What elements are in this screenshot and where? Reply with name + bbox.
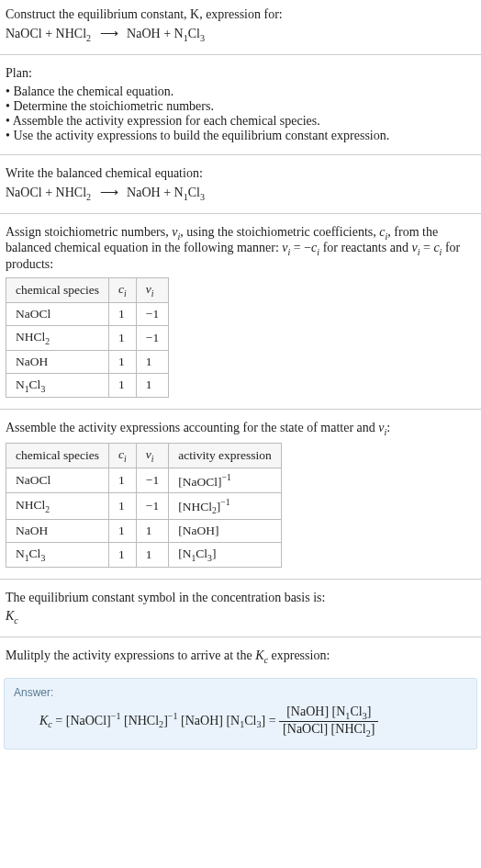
eq: =	[419, 241, 433, 254]
kc-symbol: Kc	[6, 609, 475, 626]
assemble-section: Assemble the activity expressions accoun…	[0, 413, 481, 575]
term: [NaOH]	[286, 705, 331, 718]
assemble-text: Assemble the activity expressions accoun…	[6, 421, 475, 437]
sp-sub: 3	[40, 553, 45, 563]
divider	[0, 54, 481, 55]
table-row: NaOCl 1 −1	[6, 302, 169, 325]
n1cl3-sub2: 3	[200, 192, 205, 202]
cell-nu: 1	[136, 350, 168, 373]
cell-activity: [NHCl2]−1	[169, 493, 282, 520]
table-header-row: chemical species ci νi activity expressi…	[6, 444, 282, 468]
term-sup: −1	[168, 711, 178, 721]
table-row: NaOCl 1 −1 [NaOCl]−1	[6, 468, 282, 493]
answer-label: Answer:	[14, 686, 467, 699]
t: Assign stoichiometric numbers,	[6, 225, 172, 239]
t: expression:	[268, 648, 330, 662]
n1cl3-cl: Cl	[188, 186, 200, 199]
col-nui: νi	[136, 444, 168, 468]
cell-nu: −1	[136, 325, 168, 350]
balanced-section: Write the balanced chemical equation: Na…	[0, 159, 481, 209]
numerator: [NaOH] [N1Cl3]	[279, 705, 378, 722]
eq: =	[52, 713, 66, 727]
species-naoh: NaOH	[127, 27, 161, 40]
cell-c: 1	[109, 543, 137, 568]
col-ci: ci	[109, 278, 137, 303]
col-nui: νi	[136, 278, 168, 303]
act: [NaOCl]	[178, 474, 221, 488]
answer-box: Answer: Kc = [NaOCl]−1 [NHCl2]−1 [NaOH] …	[4, 678, 477, 750]
plus: +	[42, 27, 56, 40]
plan-item: Assemble the activity expression for eac…	[6, 114, 475, 129]
prompt-line: Construct the equilibrium constant, K, e…	[6, 7, 283, 21]
plan-item: Balance the chemical equation.	[6, 85, 475, 99]
col-ci: ci	[109, 444, 137, 468]
table-row: NaOH 1 1 [NaOH]	[6, 520, 282, 543]
table-row: NHCl2 1 −1 [NHCl2]−1	[6, 493, 282, 520]
t: :	[386, 421, 390, 434]
cell-species: NaOCl	[6, 302, 109, 325]
eq: = −	[290, 241, 311, 254]
col-species: chemical species	[6, 278, 109, 303]
i: i	[151, 454, 154, 464]
table-row: NaOH 1 1	[6, 350, 169, 373]
cell-c: 1	[109, 373, 137, 398]
assign-section: Assign stoichiometric numbers, νi, using…	[0, 218, 481, 406]
act-sup: −1	[221, 472, 230, 482]
kc-k: K	[255, 648, 263, 662]
act-sup: −1	[220, 497, 229, 507]
t: Assemble the activity expressions accoun…	[6, 421, 378, 434]
kc-symbol-text: The equilibrium constant symbol in the c…	[6, 591, 475, 605]
t: , using the stoichiometric coefficients,	[180, 225, 379, 239]
col-activity: activity expression	[169, 444, 282, 468]
divider	[0, 154, 481, 155]
act: ]	[212, 547, 217, 560]
plan-list: Balance the chemical equation. Determine…	[6, 85, 475, 143]
cell-c: 1	[109, 302, 137, 325]
arrow: ⟶	[95, 186, 124, 199]
nhcl2-base: NHCl	[56, 27, 86, 40]
plus: +	[161, 27, 174, 40]
cell-c: 1	[109, 325, 137, 350]
balanced-title: Write the balanced chemical equation:	[6, 166, 475, 181]
nhcl2-sub: 2	[86, 33, 91, 43]
question-header: Construct the equilibrium constant, K, e…	[0, 0, 481, 51]
plan-title: Plan:	[6, 66, 475, 81]
kc-k: K	[6, 609, 14, 623]
term: [N	[226, 713, 240, 727]
plan-item: Use the activity expressions to build th…	[6, 129, 475, 143]
term: ]	[367, 705, 372, 718]
species-naoh: NaOH	[127, 186, 161, 199]
cell-species: NaOH	[6, 520, 109, 543]
eq: =	[265, 713, 279, 727]
sp: N	[16, 378, 25, 391]
divider	[0, 579, 481, 580]
act: Cl	[196, 547, 207, 560]
cell-species: NaOCl	[6, 468, 109, 493]
activity-table: chemical species ci νi activity expressi…	[6, 443, 282, 568]
denominator: [NaOCl] [NHCl2]	[279, 722, 378, 738]
nhcl2-base: NHCl	[56, 186, 86, 199]
plus: +	[42, 186, 56, 199]
n1cl3-n: N	[174, 27, 184, 40]
prompt-text: Construct the equilibrium constant, K, e…	[6, 7, 475, 22]
species-n1cl3: N1Cl3	[174, 27, 205, 40]
fraction: [NaOH] [N1Cl3] [NaOCl] [NHCl2]	[279, 705, 378, 738]
cell-nu: 1	[136, 543, 168, 568]
species-nhcl2: NHCl2	[56, 27, 92, 40]
i: i	[124, 288, 127, 299]
n1cl3-cl: Cl	[188, 27, 200, 40]
species-naocl: NaOCl	[6, 186, 42, 199]
cell-nu: 1	[136, 520, 168, 543]
nhcl2-sub: 2	[86, 192, 91, 202]
cell-species: NaOH	[6, 350, 109, 373]
term: ]	[371, 722, 375, 736]
table-row: N1Cl3 1 1	[6, 373, 169, 398]
multiply-section: Mulitply the activity expressions to arr…	[0, 641, 481, 672]
cell-activity: [NaOH]	[169, 520, 282, 543]
term: [NaOH]	[178, 713, 227, 727]
plan-item: Determine the stoichiometric numbers.	[6, 99, 475, 114]
cell-c: 1	[109, 350, 137, 373]
divider	[0, 409, 481, 410]
sp-sub: 2	[45, 504, 50, 514]
sp-sub: 2	[45, 336, 50, 346]
